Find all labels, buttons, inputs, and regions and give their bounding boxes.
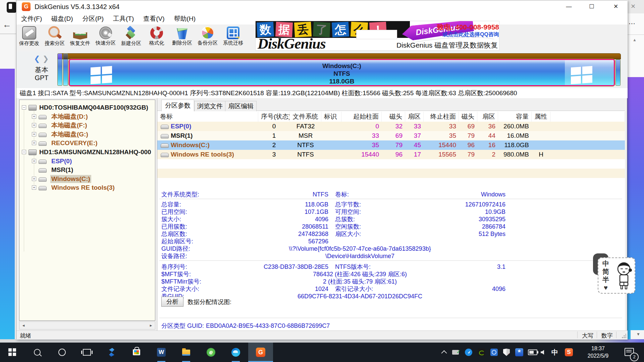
taskbar-cortana-button[interactable] (50, 343, 74, 362)
tray-shield-icon[interactable] (503, 343, 515, 362)
tree-expander-collapse-icon[interactable]: − (22, 105, 26, 110)
tree-item-6[interactable]: +ESP(0) (19, 157, 155, 166)
taskbar-start-button[interactable] (0, 343, 25, 362)
tree-expander-expand-icon[interactable]: + (32, 114, 36, 119)
resize-grip[interactable] (622, 334, 626, 339)
tree-item-label[interactable]: Windows(C:) (50, 175, 91, 183)
tray-bird-icon[interactable] (465, 343, 476, 362)
ime-mode-indicators[interactable]: 中简半♥ (602, 259, 610, 292)
tree-item-0[interactable]: −HD0:TOSHIBAMQ04ABF100(932GB) (19, 103, 155, 112)
toolbar-button-delete[interactable]: 删除分区 (169, 24, 195, 51)
tree-expander-expand-icon[interactable]: + (32, 159, 36, 163)
tree-item-label[interactable]: ESP(0) (50, 157, 73, 165)
taskbar-store-button[interactable] (124, 343, 149, 362)
taskbar-search-button[interactable] (25, 343, 50, 362)
tree-item-label[interactable]: Windows RE tools(3) (50, 184, 116, 192)
tray-printer-icon[interactable] (452, 343, 464, 362)
tree-item-label[interactable]: HD1:SAMSUNGMZNLN128HAHQ-000 (38, 148, 152, 156)
menu-item-0[interactable]: 文件(F) (16, 13, 47, 24)
tree-item-label[interactable]: 本地磁盘(F:) (50, 121, 88, 129)
menu-item-4[interactable]: 查看(V) (139, 13, 169, 24)
tree-item-2[interactable]: +本地磁盘(F:) (19, 121, 155, 130)
column-header-10[interactable]: 容量 (498, 112, 532, 122)
taskbar-clock[interactable]: 18:37 2022/5/9 (582, 345, 614, 360)
toolbar-button-recover[interactable]: 恢复文件 (67, 24, 93, 51)
ime-indicator[interactable]: 中 (602, 259, 610, 267)
scroll-up-icon[interactable]: ▲ (633, 38, 637, 42)
disk-header-bar[interactable] (57, 53, 621, 59)
taskbar-word-button[interactable]: W (149, 343, 174, 362)
taskbar-ie-button[interactable]: e (199, 343, 223, 362)
column-header-3[interactable]: 标识 (321, 112, 341, 122)
back-arrow-icon[interactable]: ← (3, 19, 11, 30)
column-header-6[interactable]: 扇区 (405, 112, 424, 122)
tree-expander-expand-icon[interactable]: + (32, 177, 36, 181)
tree-expander-expand-icon[interactable]: + (32, 132, 36, 136)
tree-expander-collapse-icon[interactable]: − (22, 150, 26, 154)
menu-item-5[interactable]: 帮助(H) (169, 13, 200, 24)
taskbar-flash-button[interactable] (99, 343, 124, 362)
tray-chevron-icon[interactable] (442, 343, 453, 362)
prev-disk-icon[interactable]: ❮ (34, 55, 40, 63)
tree-horizontal-scrollbar[interactable]: ◂ ▸ (19, 321, 155, 329)
column-header-4[interactable]: 起始柱面 (341, 112, 382, 122)
tray-spk-icon[interactable] (541, 343, 552, 362)
toolbar-button-save[interactable]: 保存更改 (16, 24, 42, 51)
tree-item-8[interactable]: +Windows(C:) (19, 175, 155, 183)
tab-分区参数[interactable]: 分区参数 (161, 100, 194, 111)
scroll-right-icon[interactable]: ▸ (147, 322, 155, 329)
column-header-8[interactable]: 磁头 (459, 112, 477, 122)
scrollbar[interactable]: ▼ (631, 330, 644, 339)
tree-item-label[interactable]: RECOVERY(E:) (50, 139, 99, 147)
table-row-MSR(1)[interactable]: MSR(1)1MSR33693735794416.0MB (157, 131, 625, 140)
column-header-2[interactable]: 文件系统 (290, 112, 321, 122)
analyze-button[interactable]: 分析 (161, 297, 183, 307)
column-header-1[interactable]: 序号(状态) (258, 112, 290, 122)
toolbar-button-new[interactable]: 新建分区 (118, 24, 144, 51)
tray-sogou-icon[interactable]: S (565, 343, 576, 362)
tray-snow-icon[interactable]: * (515, 343, 527, 362)
scroll-left-icon[interactable]: ◂ (19, 322, 28, 329)
tree-expander-expand-icon[interactable]: + (32, 123, 36, 127)
close-button[interactable]: ✕ (606, 0, 626, 13)
promo-banner[interactable]: 数据丢了怎么! DiskGenius DiskGenius 致电: 400-00… (255, 21, 499, 51)
toolbar-button-format[interactable]: 格式化 (144, 24, 169, 51)
column-header-7[interactable]: 终止柱面 (424, 112, 459, 122)
tray-ime-icon[interactable]: 中 (551, 343, 563, 362)
table-row-Windows(C:)[interactable]: Windows(C:)2NTFS357945154409616118.0GB (157, 140, 625, 150)
tree-item-label[interactable]: 本地磁盘(G:) (50, 130, 89, 138)
menu-item-3[interactable]: 工具(T) (108, 13, 139, 24)
toolbar-button-search[interactable]: 搜索分区 (42, 24, 67, 51)
sogou-ime-widget[interactable]: 中简半♥ (598, 257, 635, 294)
minimize-button[interactable]: — (559, 0, 579, 13)
tree-item-1[interactable]: +本地磁盘(D:) (19, 112, 155, 121)
tray-intel-icon[interactable] (490, 343, 502, 362)
partition-bar-windows-re[interactable] (615, 59, 621, 86)
tree-item-label[interactable]: HD0:TOSHIBAMQ04ABF100(932GB) (38, 104, 149, 112)
taskbar-explorer-button[interactable] (174, 343, 199, 362)
ime-indicator[interactable]: 简 (602, 267, 610, 276)
background-close-icon[interactable]: ✕ (631, 3, 636, 10)
scroll-down-icon[interactable]: ▼ (636, 332, 640, 337)
taskbar-taskview-button[interactable] (74, 343, 99, 362)
column-header-11[interactable]: 属性 (532, 112, 550, 122)
tree-item-7[interactable]: MSR(1) (19, 166, 155, 174)
tree-expander-expand-icon[interactable]: + (32, 185, 36, 190)
toolbar-button-migrate[interactable]: 系统迁移 (220, 24, 246, 51)
partition-bar-windows-c[interactable]: Windows(C:) NTFS 118.0GB (69, 59, 615, 86)
column-header-9[interactable]: 扇区 (477, 112, 498, 122)
partition-bar-esp[interactable] (57, 53, 62, 86)
maximize-button[interactable]: ☐ (582, 0, 602, 13)
tree-expander-expand-icon[interactable]: + (32, 141, 36, 145)
partition-bar-msr[interactable] (63, 53, 68, 86)
tree-item-5[interactable]: −HD1:SAMSUNGMZNLN128HAHQ-000 (19, 148, 155, 157)
tab-扇区编辑[interactable]: 扇区编辑 (225, 101, 257, 111)
tray-nvidia-icon[interactable] (478, 343, 489, 362)
tree-item-9[interactable]: +Windows RE tools(3) (19, 183, 155, 192)
tab-浏览文件[interactable]: 浏览文件 (194, 101, 226, 111)
menu-item-2[interactable]: 分区(P) (78, 13, 108, 24)
table-row-Windows RE tools(3)[interactable]: Windows RE tools(3)3NTFS1544096171556579… (157, 150, 625, 159)
next-disk-icon[interactable]: ❯ (43, 55, 49, 63)
column-header-5[interactable]: 磁头 (382, 112, 405, 122)
tree-item-label[interactable]: MSR(1) (50, 166, 74, 174)
